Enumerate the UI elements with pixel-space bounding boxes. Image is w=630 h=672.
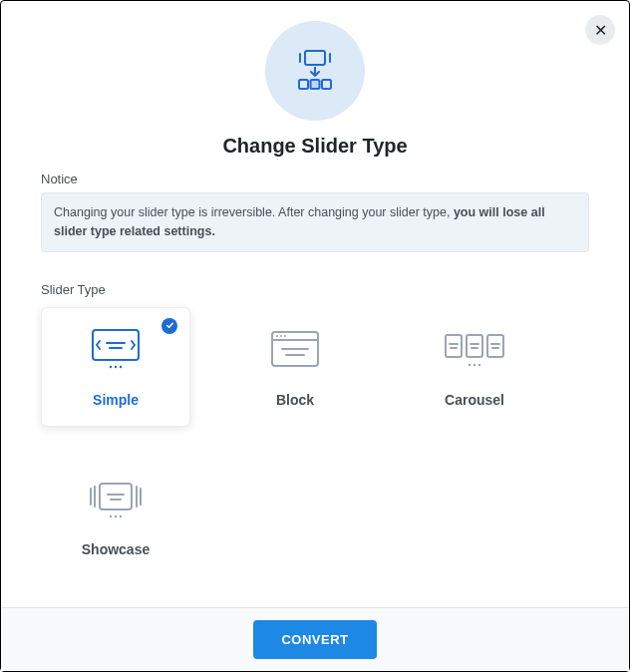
option-label: Carousel	[445, 392, 504, 408]
svg-rect-4	[93, 330, 139, 360]
svg-point-28	[478, 363, 480, 365]
svg-rect-29	[100, 484, 132, 509]
modal-footer: CONVERT	[1, 607, 629, 671]
change-slider-type-modal: ✕ Change Slider Type Notice Changing you…	[0, 0, 630, 672]
carousel-slider-icon	[442, 326, 507, 378]
svg-point-7	[110, 365, 112, 367]
svg-rect-2	[311, 80, 320, 89]
option-showcase[interactable]: Showcase	[41, 457, 190, 576]
slider-type-convert-icon	[265, 21, 365, 121]
close-button[interactable]: ✕	[585, 15, 615, 45]
modal-content: Change Slider Type Notice Changing your …	[1, 1, 629, 607]
simple-slider-icon	[87, 326, 145, 378]
slider-type-options: Simple Block	[41, 307, 589, 576]
svg-point-33	[115, 514, 117, 516]
svg-rect-17	[446, 335, 462, 357]
svg-rect-1	[299, 80, 308, 89]
showcase-slider-icon	[83, 476, 149, 527]
option-carousel[interactable]: Carousel	[400, 307, 549, 427]
slider-type-label: Slider Type	[41, 282, 589, 297]
svg-rect-20	[467, 335, 482, 357]
svg-point-34	[120, 514, 122, 516]
svg-point-32	[110, 514, 112, 516]
svg-point-8	[115, 365, 117, 367]
svg-point-14	[284, 335, 286, 337]
modal-title: Change Slider Type	[41, 135, 589, 158]
option-label: Showcase	[82, 541, 150, 557]
close-icon: ✕	[594, 21, 607, 40]
convert-button[interactable]: CONVERT	[253, 620, 376, 659]
header-icon-wrap	[41, 21, 589, 121]
option-block[interactable]: Block	[220, 307, 370, 427]
option-label: Simple	[93, 392, 139, 408]
notice-box: Changing your slider type is irreversibl…	[41, 192, 589, 252]
svg-point-13	[280, 335, 282, 337]
svg-point-9	[120, 365, 122, 367]
svg-point-12	[276, 335, 278, 337]
block-slider-icon	[266, 326, 324, 378]
option-label: Block	[276, 392, 314, 408]
svg-rect-0	[305, 51, 325, 65]
svg-rect-23	[487, 335, 503, 357]
notice-label: Notice	[41, 171, 589, 186]
option-simple[interactable]: Simple	[41, 307, 190, 427]
svg-point-27	[473, 363, 475, 365]
selected-check-icon	[161, 318, 177, 334]
svg-point-26	[469, 363, 471, 365]
svg-rect-3	[322, 80, 331, 89]
notice-text: Changing your slider type is irreversibl…	[54, 205, 454, 219]
